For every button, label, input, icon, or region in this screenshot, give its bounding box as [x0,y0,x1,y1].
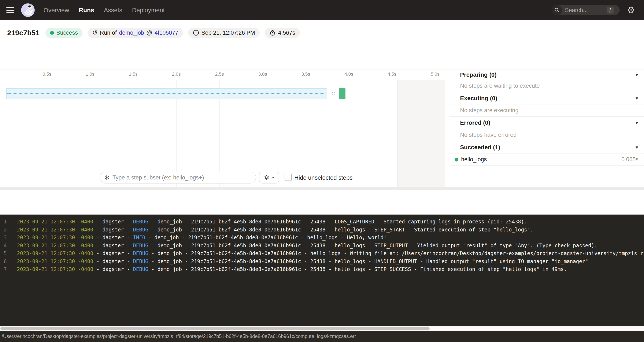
step-waiting-bar [6,88,327,99]
log-message: - demo_job - 219c7b51-b62f-4e5b-8de8-0e7… [148,258,588,264]
section-header[interactable]: Succeeded (1)▾ [450,141,644,154]
settings-gear-icon[interactable]: ⚙ [627,5,635,16]
search-input[interactable] [565,7,601,14]
panel-divider[interactable] [449,70,449,187]
axis-tick-label: 5.0s [426,72,444,77]
step-subset-input[interactable] [112,174,239,181]
log-timestamp: 2023-09-21 12:07:30 -0400 [17,250,93,256]
step-row[interactable]: hello_logs0.065s [450,154,644,166]
log-file-path-bar: /Users/erincochran/Desktop/dagster-examp… [0,331,644,342]
status-dot [50,31,54,35]
section-collapse-caret-icon[interactable]: ▾ [636,95,638,101]
layers-icon [264,175,269,180]
log-message: - demo_job - 219c7b51-b62f-4e5b-8de8-0e7… [148,243,597,248]
log-source: - dagster - [93,243,133,248]
graph-query-toggle-button[interactable] [259,172,279,184]
nav-tab-deployment[interactable]: Deployment [132,7,165,14]
log-toolbar: stdout stderr [0,190,644,214]
clock-icon [193,30,199,36]
step-name: hello_logs [461,156,622,163]
step-subset-filter[interactable] [100,172,256,184]
nav-tabs: OverviewRunsAssetsDeployment [44,7,165,14]
job-link[interactable]: demo_job [119,30,144,36]
section-header[interactable]: Preparing (0)▾ [450,70,644,80]
log-level: DEBUG [133,243,148,248]
step-success-bar[interactable] [339,88,346,99]
log-source: - dagster - [93,258,133,264]
axis-tick-label: 1.5s [124,72,142,77]
search-icon [552,5,562,15]
nav-tab-runs[interactable]: Runs [79,7,94,14]
nav-tab-overview[interactable]: Overview [44,7,69,14]
step-duration: 0.065s [622,156,638,163]
log-line: 22023-09-21 12:07:30 -0400 - dagster - D… [0,226,644,234]
run-header: 219c7b51 Success ↺ Run of demo_job @ 4f1… [0,20,644,45]
dagster-logo-icon[interactable] [21,4,35,17]
section-empty-message: No steps are waiting to execute [450,80,644,92]
section-header[interactable]: Errored (0)▾ [450,117,644,129]
step-status-panel: Preparing (0)▾No steps are waiting to ex… [450,70,644,187]
log-level: DEBUG [133,258,148,264]
step-start-marker [332,92,335,95]
section-empty-message: No steps are executing [450,104,644,117]
chevron-up-icon [271,176,274,178]
log-source: - dagster - [93,266,133,272]
log-source: - dagster - [93,250,133,256]
search-box[interactable]: / [552,5,620,15]
axis-tick-label: 1.0s [81,72,99,77]
log-source: - dagster - [93,234,133,240]
log-line: 62023-09-21 12:07:30 -0400 - dagster - D… [0,258,644,266]
hide-unselected-label: Hide unselected steps [294,174,353,181]
log-line: 72023-09-21 12:07:30 -0400 - dagster - D… [0,266,644,274]
axis-tick-label: 3.0s [254,72,272,77]
run-of-label: Run of [100,30,117,36]
log-timestamp: 2023-09-21 12:07:30 -0400 [17,219,93,225]
section-header[interactable]: Executing (0)▾ [450,92,644,104]
hamburger-menu-icon[interactable] [6,7,14,13]
search-shortcut-key: / [606,7,614,14]
log-line: 12023-09-21 12:07:30 -0400 - dagster - D… [0,218,644,226]
log-timestamp: 2023-09-21 12:07:30 -0400 [17,258,93,264]
run-duration: 4.567s [278,30,295,36]
section-collapse-caret-icon[interactable]: ▾ [636,72,638,78]
horizontal-scrollbar[interactable] [0,326,644,331]
log-message: - demo_job - 219c7b51-b62f-4e5b-8de8-0e7… [148,266,567,272]
log-line-number: 5 [0,250,7,258]
raw-log-viewer[interactable]: 12023-09-21 12:07:30 -0400 - dagster - D… [0,214,644,326]
section-title: Preparing (0) [460,72,636,78]
section-collapse-caret-icon[interactable]: ▾ [636,120,638,126]
commit-link[interactable]: 4f105077 [154,30,178,36]
status-label: Success [56,30,78,36]
log-level: DEBUG [133,219,148,225]
log-line-number: 6 [0,258,7,266]
log-lines: 12023-09-21 12:07:30 -0400 - dagster - D… [0,218,644,274]
waiting-dotted-line [8,93,326,94]
horizontal-splitter[interactable] [0,187,644,190]
section-collapse-caret-icon[interactable]: ▾ [636,144,638,150]
stopwatch-icon [269,30,276,36]
axis-tick-label: 3.5s [297,72,314,77]
log-timestamp: 2023-09-21 12:07:30 -0400 [17,234,93,240]
section-empty-message: No steps have errored [450,129,644,141]
history-icon: ↺ [92,30,98,36]
section-title: Executing (0) [460,95,636,102]
log-timestamp: 2023-09-21 12:07:30 -0400 [17,227,93,233]
after-run-end-shade [398,80,445,187]
log-level: DEBUG [133,266,148,272]
run-main-area: 0.5s1.0s1.5s2.0s2.5s3.0s3.5s4.0s4.5s5.0s [0,70,644,187]
section-title: Succeeded (1) [460,144,636,151]
log-source: - dagster - [93,219,133,225]
run-time-pill: Sep 21, 12:07:26 PM [188,28,260,38]
scrollbar-thumb[interactable] [0,327,430,330]
axis-tick-label: 4.0s [340,72,358,77]
top-nav: OverviewRunsAssetsDeployment / ⚙ [0,0,644,20]
log-timestamp: 2023-09-21 12:07:30 -0400 [17,266,93,272]
status-badge: Success [46,28,82,38]
log-line: 32023-09-21 12:07:30 -0400 - dagster - I… [0,234,644,242]
log-line-number: 4 [0,242,7,250]
log-message: - demo_job - 219c7b51-b62f-4e5b-8de8-0e7… [148,227,533,233]
nav-tab-assets[interactable]: Assets [104,7,122,14]
run-timestamp: Sep 21, 12:07:26 PM [202,30,255,36]
axis-tick-label: 4.5s [383,72,401,77]
hide-unselected-checkbox[interactable] [284,174,292,181]
